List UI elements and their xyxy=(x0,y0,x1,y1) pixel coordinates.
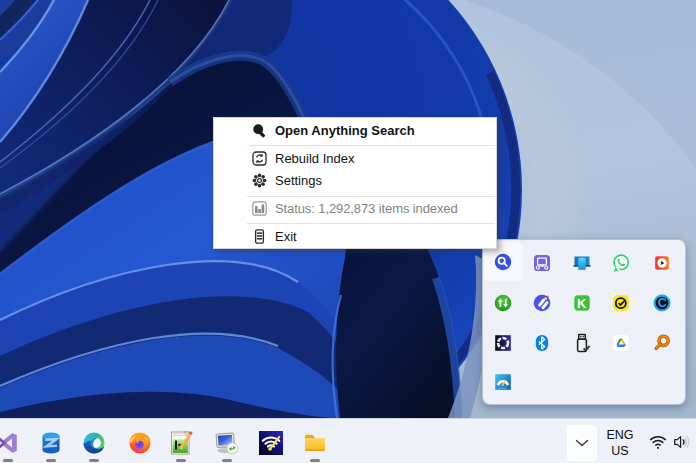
svg-text:C: C xyxy=(657,296,666,310)
svg-text:K: K xyxy=(576,296,586,311)
